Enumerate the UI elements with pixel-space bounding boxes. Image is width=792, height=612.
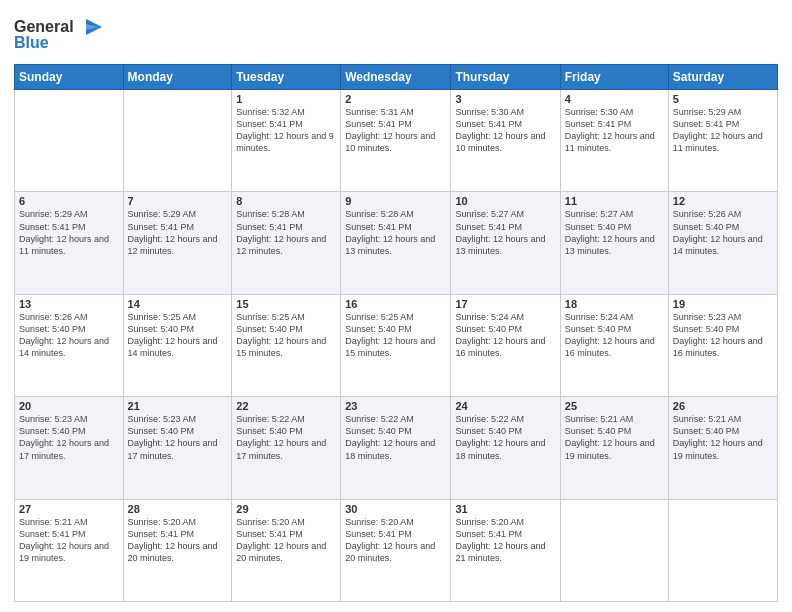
calendar-cell: 30Sunrise: 5:20 AM Sunset: 5:41 PM Dayli… [341, 499, 451, 601]
calendar-table: SundayMondayTuesdayWednesdayThursdayFrid… [14, 64, 778, 602]
weekday-header-saturday: Saturday [668, 65, 777, 90]
calendar-cell: 15Sunrise: 5:25 AM Sunset: 5:40 PM Dayli… [232, 294, 341, 396]
day-info: Sunrise: 5:21 AM Sunset: 5:40 PM Dayligh… [565, 413, 664, 462]
weekday-header-friday: Friday [560, 65, 668, 90]
calendar-cell: 16Sunrise: 5:25 AM Sunset: 5:40 PM Dayli… [341, 294, 451, 396]
weekday-header-wednesday: Wednesday [341, 65, 451, 90]
calendar-cell: 7Sunrise: 5:29 AM Sunset: 5:41 PM Daylig… [123, 192, 232, 294]
calendar-cell: 10Sunrise: 5:27 AM Sunset: 5:41 PM Dayli… [451, 192, 560, 294]
day-number: 9 [345, 195, 446, 207]
calendar-cell [668, 499, 777, 601]
page: General Blue SundayMondayTuesdayWednesda… [0, 0, 792, 612]
day-info: Sunrise: 5:26 AM Sunset: 5:40 PM Dayligh… [19, 311, 119, 360]
day-number: 4 [565, 93, 664, 105]
day-info: Sunrise: 5:32 AM Sunset: 5:41 PM Dayligh… [236, 106, 336, 155]
day-number: 20 [19, 400, 119, 412]
day-number: 10 [455, 195, 555, 207]
day-info: Sunrise: 5:25 AM Sunset: 5:40 PM Dayligh… [128, 311, 228, 360]
day-info: Sunrise: 5:20 AM Sunset: 5:41 PM Dayligh… [236, 516, 336, 565]
day-info: Sunrise: 5:27 AM Sunset: 5:40 PM Dayligh… [565, 208, 664, 257]
calendar-cell: 17Sunrise: 5:24 AM Sunset: 5:40 PM Dayli… [451, 294, 560, 396]
day-info: Sunrise: 5:22 AM Sunset: 5:40 PM Dayligh… [345, 413, 446, 462]
calendar-cell: 11Sunrise: 5:27 AM Sunset: 5:40 PM Dayli… [560, 192, 668, 294]
day-info: Sunrise: 5:23 AM Sunset: 5:40 PM Dayligh… [128, 413, 228, 462]
day-number: 3 [455, 93, 555, 105]
calendar-cell: 5Sunrise: 5:29 AM Sunset: 5:41 PM Daylig… [668, 90, 777, 192]
calendar-week-1: 1Sunrise: 5:32 AM Sunset: 5:41 PM Daylig… [15, 90, 778, 192]
day-info: Sunrise: 5:28 AM Sunset: 5:41 PM Dayligh… [345, 208, 446, 257]
calendar-cell: 21Sunrise: 5:23 AM Sunset: 5:40 PM Dayli… [123, 397, 232, 499]
day-info: Sunrise: 5:25 AM Sunset: 5:40 PM Dayligh… [236, 311, 336, 360]
day-info: Sunrise: 5:24 AM Sunset: 5:40 PM Dayligh… [565, 311, 664, 360]
day-info: Sunrise: 5:23 AM Sunset: 5:40 PM Dayligh… [673, 311, 773, 360]
calendar-cell: 13Sunrise: 5:26 AM Sunset: 5:40 PM Dayli… [15, 294, 124, 396]
svg-text:General: General [14, 18, 74, 35]
day-number: 27 [19, 503, 119, 515]
calendar-cell [123, 90, 232, 192]
day-info: Sunrise: 5:28 AM Sunset: 5:41 PM Dayligh… [236, 208, 336, 257]
day-number: 31 [455, 503, 555, 515]
calendar-cell: 29Sunrise: 5:20 AM Sunset: 5:41 PM Dayli… [232, 499, 341, 601]
day-info: Sunrise: 5:25 AM Sunset: 5:40 PM Dayligh… [345, 311, 446, 360]
day-number: 17 [455, 298, 555, 310]
calendar-cell: 14Sunrise: 5:25 AM Sunset: 5:40 PM Dayli… [123, 294, 232, 396]
calendar-cell: 23Sunrise: 5:22 AM Sunset: 5:40 PM Dayli… [341, 397, 451, 499]
day-info: Sunrise: 5:20 AM Sunset: 5:41 PM Dayligh… [455, 516, 555, 565]
day-number: 16 [345, 298, 446, 310]
day-number: 11 [565, 195, 664, 207]
calendar-cell: 27Sunrise: 5:21 AM Sunset: 5:41 PM Dayli… [15, 499, 124, 601]
header: General Blue [14, 10, 778, 58]
svg-text:Blue: Blue [14, 34, 49, 51]
calendar-cell: 2Sunrise: 5:31 AM Sunset: 5:41 PM Daylig… [341, 90, 451, 192]
day-number: 30 [345, 503, 446, 515]
day-info: Sunrise: 5:31 AM Sunset: 5:41 PM Dayligh… [345, 106, 446, 155]
day-info: Sunrise: 5:21 AM Sunset: 5:41 PM Dayligh… [19, 516, 119, 565]
calendar-cell: 3Sunrise: 5:30 AM Sunset: 5:41 PM Daylig… [451, 90, 560, 192]
weekday-header-row: SundayMondayTuesdayWednesdayThursdayFrid… [15, 65, 778, 90]
weekday-header-tuesday: Tuesday [232, 65, 341, 90]
calendar-cell: 18Sunrise: 5:24 AM Sunset: 5:40 PM Dayli… [560, 294, 668, 396]
calendar-cell: 26Sunrise: 5:21 AM Sunset: 5:40 PM Dayli… [668, 397, 777, 499]
calendar-cell: 25Sunrise: 5:21 AM Sunset: 5:40 PM Dayli… [560, 397, 668, 499]
calendar-cell: 1Sunrise: 5:32 AM Sunset: 5:41 PM Daylig… [232, 90, 341, 192]
day-info: Sunrise: 5:26 AM Sunset: 5:40 PM Dayligh… [673, 208, 773, 257]
day-number: 15 [236, 298, 336, 310]
calendar-week-5: 27Sunrise: 5:21 AM Sunset: 5:41 PM Dayli… [15, 499, 778, 601]
calendar-cell: 6Sunrise: 5:29 AM Sunset: 5:41 PM Daylig… [15, 192, 124, 294]
calendar-cell [15, 90, 124, 192]
day-number: 22 [236, 400, 336, 412]
day-number: 1 [236, 93, 336, 105]
calendar-cell: 22Sunrise: 5:22 AM Sunset: 5:40 PM Dayli… [232, 397, 341, 499]
day-number: 7 [128, 195, 228, 207]
day-info: Sunrise: 5:21 AM Sunset: 5:40 PM Dayligh… [673, 413, 773, 462]
day-number: 8 [236, 195, 336, 207]
day-number: 14 [128, 298, 228, 310]
calendar-cell: 31Sunrise: 5:20 AM Sunset: 5:41 PM Dayli… [451, 499, 560, 601]
day-number: 29 [236, 503, 336, 515]
calendar-week-4: 20Sunrise: 5:23 AM Sunset: 5:40 PM Dayli… [15, 397, 778, 499]
day-number: 2 [345, 93, 446, 105]
logo-text: General Blue [14, 14, 104, 58]
day-number: 26 [673, 400, 773, 412]
day-info: Sunrise: 5:20 AM Sunset: 5:41 PM Dayligh… [128, 516, 228, 565]
day-info: Sunrise: 5:30 AM Sunset: 5:41 PM Dayligh… [455, 106, 555, 155]
weekday-header-monday: Monday [123, 65, 232, 90]
day-info: Sunrise: 5:27 AM Sunset: 5:41 PM Dayligh… [455, 208, 555, 257]
day-number: 25 [565, 400, 664, 412]
day-number: 23 [345, 400, 446, 412]
logo: General Blue [14, 14, 104, 58]
day-info: Sunrise: 5:24 AM Sunset: 5:40 PM Dayligh… [455, 311, 555, 360]
day-info: Sunrise: 5:23 AM Sunset: 5:40 PM Dayligh… [19, 413, 119, 462]
calendar-cell: 24Sunrise: 5:22 AM Sunset: 5:40 PM Dayli… [451, 397, 560, 499]
day-number: 6 [19, 195, 119, 207]
weekday-header-sunday: Sunday [15, 65, 124, 90]
day-number: 13 [19, 298, 119, 310]
calendar-cell [560, 499, 668, 601]
day-number: 19 [673, 298, 773, 310]
day-number: 5 [673, 93, 773, 105]
calendar-cell: 8Sunrise: 5:28 AM Sunset: 5:41 PM Daylig… [232, 192, 341, 294]
day-info: Sunrise: 5:22 AM Sunset: 5:40 PM Dayligh… [455, 413, 555, 462]
day-info: Sunrise: 5:20 AM Sunset: 5:41 PM Dayligh… [345, 516, 446, 565]
day-number: 28 [128, 503, 228, 515]
day-number: 21 [128, 400, 228, 412]
